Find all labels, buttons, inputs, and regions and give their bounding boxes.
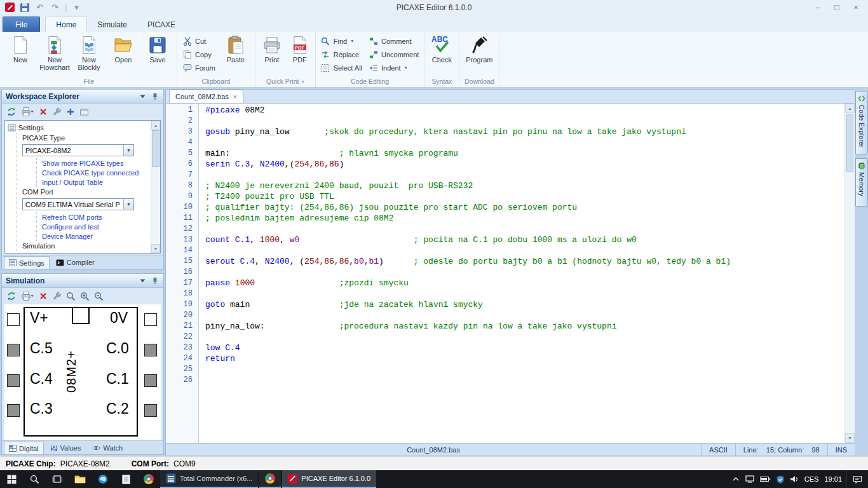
file-explorer-button[interactable] xyxy=(69,470,92,488)
scroll-down-icon[interactable]: ▼ xyxy=(151,244,160,253)
task-view-button[interactable] xyxy=(46,470,69,488)
print-panel-button[interactable] xyxy=(21,290,34,302)
task-total-commander[interactable]: Total Commander (x6... xyxy=(160,470,258,488)
code-line[interactable] xyxy=(205,364,844,375)
code-line[interactable]: pause 1000 ;zpozdi smycku xyxy=(205,278,844,288)
tree-node-com-port[interactable]: COM Port xyxy=(22,187,149,197)
code-line[interactable]: count C.1, 1000, w0 ; pocita na C.1 po d… xyxy=(205,234,844,245)
maximize-button[interactable]: □ xyxy=(827,1,846,14)
zoom-out-button[interactable] xyxy=(94,290,104,302)
tab-compiler[interactable]: Compiler xyxy=(51,256,100,269)
redo-button[interactable]: ↷ xyxy=(50,2,60,13)
task-browser-window[interactable] xyxy=(259,470,281,488)
taskbar-search-button[interactable] xyxy=(23,470,46,488)
code-lines[interactable]: #picaxe 08M2 gosub piny_na_low ;skok do … xyxy=(199,104,844,443)
code-line[interactable]: gosub piny_na_low ;skok do procedury, kt… xyxy=(205,126,844,137)
new-flowchart-button[interactable]: New Flowchart xyxy=(37,33,72,75)
simulation-canvas[interactable]: 08M2+ V+ C.5 C.4 C.3 0V C.0 C.1 xyxy=(4,304,161,440)
tree-node-settings[interactable]: Settings xyxy=(8,123,149,133)
program-button[interactable]: Program xyxy=(461,33,497,75)
pin-square-c1[interactable] xyxy=(144,374,157,387)
code-line[interactable]: serout C.4, N2400, (254,86,86,b0,b1) ; o… xyxy=(205,256,844,267)
pin-square-0v[interactable] xyxy=(144,313,157,326)
code-line[interactable] xyxy=(205,267,844,278)
link-show-more-picaxe-types[interactable]: Show more PICAXE types xyxy=(42,158,149,168)
scroll-up-icon[interactable]: ▲ xyxy=(845,104,855,113)
tree-node-picaxe-type[interactable]: PICAXE Type xyxy=(22,133,149,143)
zoom-in-button[interactable] xyxy=(80,290,90,302)
code-line[interactable] xyxy=(205,116,844,126)
edge-browser-button[interactable] xyxy=(92,470,114,488)
pin-square-c5[interactable] xyxy=(7,344,20,356)
pin-square-v-plus[interactable] xyxy=(7,313,20,326)
new-button[interactable]: New xyxy=(3,33,37,75)
close-button[interactable]: × xyxy=(846,1,865,14)
com-port-select[interactable]: COM9 ELTIMA Virtual Serial P ▼ xyxy=(22,198,134,210)
tab-code-explorer[interactable]: Code Explorer xyxy=(855,91,868,154)
link-input-output-table[interactable]: Input / Output Table xyxy=(42,177,149,187)
add-button[interactable] xyxy=(66,106,75,118)
tab-watch[interactable]: Watch xyxy=(87,442,128,454)
code-line[interactable]: ; N2400 je nereverzni 2400 baud, pouzit … xyxy=(205,180,844,191)
start-button[interactable] xyxy=(0,470,23,488)
tab-picaxe[interactable]: PICAXE xyxy=(137,17,186,32)
code-line[interactable]: piny_na_low: ;procedura nastavi kazdy pi… xyxy=(205,321,844,332)
tab-settings[interactable]: Settings xyxy=(4,256,50,269)
action-center-button[interactable] xyxy=(846,470,868,488)
security-tray-button[interactable] xyxy=(776,475,784,484)
new-blockly-button[interactable]: New Blockly xyxy=(72,33,106,75)
tree-node-simulation[interactable]: Simulation xyxy=(22,241,149,251)
tab-values[interactable]: Values xyxy=(45,442,86,454)
open-button[interactable]: Open xyxy=(106,33,140,75)
panel-view-button[interactable] xyxy=(79,106,89,118)
tree-scrollbar[interactable]: ▲ ▼ xyxy=(151,121,160,253)
code-line[interactable]: serin C.3, N2400,(254,86,86) xyxy=(205,159,844,170)
minimize-button[interactable]: – xyxy=(808,1,827,14)
code-line[interactable] xyxy=(205,245,844,256)
undo-button[interactable]: ↶ xyxy=(34,2,45,13)
copy-button[interactable]: Copy xyxy=(180,48,218,60)
code-line[interactable] xyxy=(205,375,844,386)
forum-button[interactable]: Forum xyxy=(180,62,218,74)
code-line[interactable] xyxy=(205,332,844,342)
scroll-up-icon[interactable]: ▲ xyxy=(151,121,160,130)
pin-square-c0[interactable] xyxy=(144,344,157,356)
print-panel-button[interactable] xyxy=(21,106,34,118)
close-simulation-button[interactable] xyxy=(39,290,48,302)
code-line[interactable]: main: ; hlavni smycka programu xyxy=(205,148,844,159)
panel-menu-icon[interactable] xyxy=(138,276,147,285)
close-tab-icon[interactable]: × xyxy=(233,93,237,100)
keyboard-language-indicator[interactable]: CES xyxy=(804,475,819,483)
link-device-manager[interactable]: Device Manager xyxy=(42,231,149,241)
find-button[interactable]: Find ▾ xyxy=(318,35,365,47)
tab-memory[interactable]: Memory xyxy=(855,158,868,207)
paste-button[interactable]: Paste xyxy=(219,33,253,75)
close-workspace-button[interactable] xyxy=(39,106,48,118)
editor-tab-count-08m2[interactable]: Count_08M2.bas × xyxy=(169,90,243,103)
save-button[interactable]: Save xyxy=(140,33,175,75)
browser-pinned-button[interactable] xyxy=(137,470,160,488)
volume-tray-button[interactable] xyxy=(790,475,799,483)
code-line[interactable] xyxy=(205,288,844,299)
code-line[interactable]: #picaxe 08M2 xyxy=(205,105,844,116)
replace-button[interactable]: Replace xyxy=(318,48,365,60)
code-line[interactable]: ; poslednim bajtem adresujeme cip 08M2 xyxy=(205,213,844,224)
notepad-button[interactable] xyxy=(114,470,137,488)
pin-square-c2[interactable] xyxy=(144,404,157,417)
taskbar-clock[interactable]: 19:01 xyxy=(824,475,842,483)
tab-digital[interactable]: Digital xyxy=(4,442,44,454)
refresh-button[interactable] xyxy=(6,106,17,118)
options-wrench-button[interactable] xyxy=(52,290,62,302)
link-configure-and-test[interactable]: Configure and test xyxy=(42,222,149,231)
picaxe-type-select[interactable]: PICAXE-08M2 ▼ xyxy=(22,144,134,156)
task-picaxe-editor[interactable]: PICAXE Editor 6.1.0.0 xyxy=(282,470,376,488)
quick-save-button[interactable] xyxy=(19,2,30,13)
options-wrench-button[interactable] xyxy=(52,106,62,118)
pdf-button[interactable]: PDF PDF xyxy=(287,33,313,75)
indent-button[interactable]: Indent ▾ xyxy=(366,62,421,74)
pin-icon[interactable] xyxy=(151,276,159,285)
code-line[interactable]: low C.4 xyxy=(205,342,844,353)
print-button[interactable]: Print xyxy=(257,33,287,75)
scroll-down-icon[interactable]: ▼ xyxy=(845,433,855,443)
code-line[interactable]: return xyxy=(205,353,844,364)
